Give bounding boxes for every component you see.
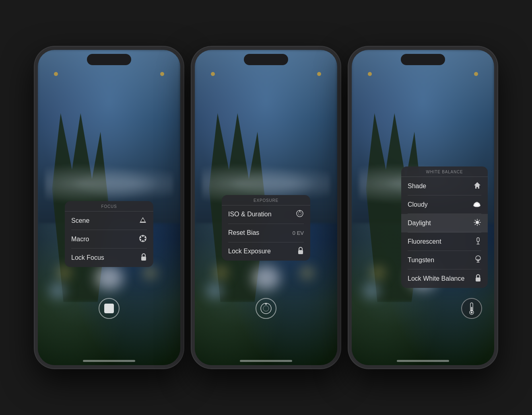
status-dot-right-3 <box>474 72 478 76</box>
home-indicator-3 <box>397 360 449 362</box>
focus-button-square <box>104 304 114 313</box>
focus-lock-label: Lock Focus <box>71 254 104 261</box>
svg-point-4 <box>142 240 144 242</box>
svg-rect-41 <box>476 277 480 281</box>
svg-rect-44 <box>471 307 472 311</box>
fluorescent-icon <box>475 237 481 247</box>
exposure-menu-title: EXPOSURE <box>222 195 310 205</box>
svg-rect-9 <box>141 257 146 261</box>
status-dot-right <box>160 72 164 76</box>
home-indicator-2 <box>240 360 292 362</box>
wb-shade-item[interactable]: Shade <box>401 177 488 195</box>
svg-line-29 <box>475 220 475 220</box>
focus-macro-label: Macro <box>71 236 89 243</box>
svg-point-23 <box>475 202 479 206</box>
exposure-bottom-button[interactable] <box>256 298 276 319</box>
svg-point-11 <box>298 212 301 215</box>
focus-scene-item[interactable]: Scene <box>65 212 153 230</box>
dynamic-island-2 <box>244 54 288 65</box>
svg-point-6 <box>144 236 146 238</box>
svg-line-31 <box>479 220 479 220</box>
wb-fluorescent-item[interactable]: Fluorescent <box>401 232 488 251</box>
lock-wb-icon <box>475 274 481 284</box>
lock-exposure-icon <box>297 247 304 256</box>
cloud-icon <box>472 201 481 209</box>
scene-icon <box>139 216 147 225</box>
phone-exposure: EXPOSURE ISO & Duration Reset Bias 0 EV … <box>192 47 340 368</box>
lock-focus-icon <box>140 253 147 263</box>
exposure-menu: EXPOSURE ISO & Duration Reset Bias 0 EV … <box>222 195 310 261</box>
status-dot-right-2 <box>317 72 321 76</box>
svg-point-5 <box>140 236 141 238</box>
exposure-iso-item[interactable]: ISO & Duration <box>222 205 310 224</box>
phone-focus: FOCUS Scene Macro <box>35 47 184 368</box>
svg-rect-19 <box>476 187 478 189</box>
wb-fluorescent-label: Fluorescent <box>408 238 441 245</box>
exposure-reset-value: 0 EV <box>293 230 304 236</box>
wb-tungsten-label: Tungsten <box>408 257 434 264</box>
svg-point-45 <box>471 312 473 314</box>
thermometer-icon <box>466 301 477 316</box>
focus-macro-item[interactable]: Macro <box>65 230 153 249</box>
phone-whitebalance: WHITE BALANCE Shade Cloudy <box>348 47 497 368</box>
wb-bottom-button[interactable] <box>461 298 482 319</box>
exposure-lock-item[interactable]: Lock Exposure <box>222 242 310 261</box>
svg-point-12 <box>299 211 301 212</box>
wb-lock-label: Lock White Balance <box>408 275 464 282</box>
svg-line-32 <box>475 224 475 224</box>
status-dot-left-2 <box>211 72 215 76</box>
svg-point-8 <box>144 239 146 240</box>
exposure-button-icon <box>260 302 272 315</box>
exposure-lock-label: Lock Exposure <box>228 248 271 255</box>
wb-daylight-label: Daylight <box>408 220 431 227</box>
sun-icon <box>473 218 481 228</box>
focus-menu-title: FOCUS <box>65 201 153 211</box>
dynamic-island-3 <box>401 54 445 65</box>
wb-lock-item[interactable]: Lock White Balance <box>401 269 488 288</box>
focus-scene-label: Scene <box>71 217 89 224</box>
dynamic-island <box>87 54 131 65</box>
svg-point-3 <box>142 235 144 237</box>
wb-cloudy-item[interactable]: Cloudy <box>401 195 488 214</box>
exposure-reset-item[interactable]: Reset Bias 0 EV <box>222 224 310 242</box>
svg-point-24 <box>476 221 479 224</box>
svg-point-16 <box>265 303 267 305</box>
focus-menu: FOCUS Scene Macro <box>65 201 153 267</box>
status-dot-left-3 <box>368 72 372 76</box>
tungsten-icon <box>475 255 481 265</box>
focus-bottom-button[interactable] <box>99 298 120 319</box>
svg-point-15 <box>263 306 269 311</box>
focus-lock-item[interactable]: Lock Focus <box>65 249 153 267</box>
wb-cloudy-label: Cloudy <box>408 201 428 208</box>
wb-daylight-item[interactable]: Daylight <box>401 214 488 232</box>
svg-rect-13 <box>298 250 303 254</box>
status-dot-left <box>54 72 58 76</box>
svg-line-30 <box>479 224 479 224</box>
shade-icon <box>473 181 481 191</box>
dial-icon <box>296 210 304 219</box>
svg-marker-18 <box>474 182 480 185</box>
wb-menu-title: WHITE BALANCE <box>401 166 488 177</box>
home-indicator <box>83 360 135 362</box>
exposure-reset-label: Reset Bias <box>228 229 259 236</box>
wb-menu: WHITE BALANCE Shade Cloudy <box>401 166 488 288</box>
svg-point-36 <box>476 256 480 261</box>
macro-icon <box>139 234 147 244</box>
svg-rect-33 <box>477 238 479 242</box>
svg-point-7 <box>140 239 141 240</box>
wb-tungsten-item[interactable]: Tungsten <box>401 251 488 269</box>
wb-shade-label: Shade <box>408 183 426 190</box>
exposure-iso-label: ISO & Duration <box>228 211 272 218</box>
